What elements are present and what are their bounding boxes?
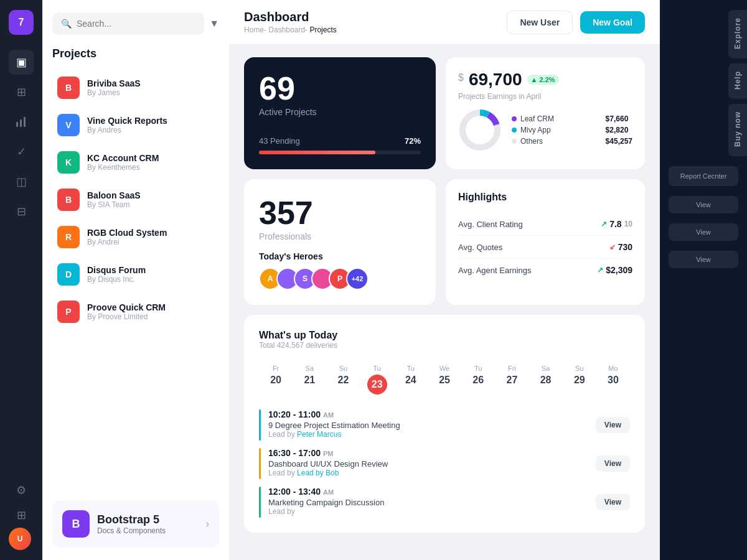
svg-rect-1: [20, 119, 22, 127]
top-bar: Dashboard Home- Dashboard- Projects New …: [229, 0, 660, 45]
legend-item: Leaf CRM: [512, 114, 554, 123]
earnings-label: Projects Earnings in April: [458, 92, 632, 101]
cal-day-24[interactable]: Tu 24: [394, 360, 428, 399]
new-goal-button[interactable]: New Goal: [580, 11, 645, 34]
day-name: We: [430, 365, 459, 372]
bootstrap-banner[interactable]: B Bootstrap 5 Docs & Components ›: [52, 500, 219, 548]
earnings-badge: ▲ 2.2%: [527, 75, 559, 85]
project-info-disqus: Disqus Forum By Disqus Inc.: [87, 265, 146, 284]
user-avatar[interactable]: U: [9, 528, 31, 550]
card-earnings: $ 69,700 ▲ 2.2% Projects Earnings in Apr…: [446, 57, 645, 169]
cal-day-27[interactable]: Fri 27: [495, 360, 529, 399]
event-view-button-2[interactable]: View: [596, 494, 630, 510]
search-input[interactable]: [77, 19, 195, 29]
project-by-disqus: By Disqus Inc.: [87, 275, 146, 284]
nav-icon-dashboard[interactable]: ▣: [9, 50, 34, 75]
day-name: Mo: [599, 365, 627, 372]
project-by-rgb: By Andrei: [87, 238, 167, 246]
project-item-vine[interactable]: V Vine Quick Reports By Andres: [52, 108, 219, 142]
project-info-baloon: Baloon SaaS By SIA Team: [87, 190, 141, 209]
breadcrumb-current: Projects: [309, 26, 336, 34]
project-by-baloon: By SIA Team: [87, 200, 141, 209]
event-lead-link[interactable]: Peter Marcus: [297, 430, 341, 439]
pending-row: 43 Pending 72%: [259, 136, 421, 146]
cal-day-22[interactable]: Su 22: [326, 360, 360, 399]
project-name-rgb: RGB Cloud System: [87, 228, 167, 238]
donut-chart: [458, 108, 502, 152]
project-item-proove[interactable]: P Proove Quick CRM By Proove Limited: [52, 294, 219, 329]
avatars-row: ASP+42: [259, 268, 421, 290]
explore-tab[interactable]: Explore: [728, 10, 747, 58]
cal-day-29[interactable]: Su 29: [563, 360, 596, 399]
project-name-disqus: Disqus Forum: [87, 265, 146, 275]
highlight-secondary: 10: [624, 220, 632, 228]
cal-day-25[interactable]: We 25: [428, 360, 461, 399]
cal-day-20[interactable]: Fr 20: [259, 360, 293, 399]
nav-icon-chart[interactable]: [9, 110, 34, 134]
project-logo-rgb: R: [57, 226, 80, 248]
nav-icon-grid[interactable]: ⊞: [9, 80, 34, 105]
cal-day-30[interactable]: Mo 30: [596, 360, 630, 399]
event-bar: [259, 409, 261, 441]
legend-dot: [512, 116, 517, 121]
cal-day-28[interactable]: Sa 28: [529, 360, 563, 399]
report-center-button[interactable]: Report Cecnter: [669, 166, 738, 186]
project-info-briviba: Briviba SaaS By James: [87, 78, 141, 97]
event-lead: Lead by Lead by Bob: [268, 469, 388, 477]
event-view-button-1[interactable]: View: [596, 455, 630, 472]
new-user-button[interactable]: New User: [507, 11, 573, 34]
project-item-kc[interactable]: K KC Account CRM By Keenthemes: [52, 145, 219, 180]
project-item-briviba[interactable]: B Briviba SaaS By James: [52, 70, 219, 105]
event-view-button-0[interactable]: View: [596, 417, 630, 433]
legend-dot: [512, 139, 517, 144]
page-title: Dashboard: [244, 10, 337, 24]
buynow-tab[interactable]: Buy now: [728, 104, 747, 156]
nav-icon-check[interactable]: ✓: [9, 139, 34, 164]
project-item-baloon[interactable]: B Baloon SaaS By SIA Team: [52, 182, 219, 217]
event-time: 16:30 - 17:00 PM: [268, 448, 388, 458]
cal-day-23[interactable]: Tu 23: [360, 360, 394, 399]
pending-text: 43 Pending: [259, 136, 300, 146]
day-num: 28: [532, 375, 560, 386]
project-by-briviba: By James: [87, 88, 141, 97]
heroes-section: Today's Heroes ASP+42: [259, 251, 421, 290]
project-name-vine: Vine Quick Reports: [87, 116, 167, 126]
cal-day-21[interactable]: Sa 21: [293, 360, 326, 399]
breadcrumb-home: Home-: [244, 26, 266, 34]
project-by-kc: By Keenthemes: [87, 163, 159, 172]
nav-icon-settings[interactable]: ⚙: [9, 478, 34, 503]
event-ampm: AM: [323, 488, 334, 496]
nav-icon-briefcase[interactable]: ⊟: [9, 199, 34, 224]
project-item-rgb[interactable]: R RGB Cloud System By Andrei: [52, 220, 219, 254]
day-name: Tu: [363, 365, 392, 372]
project-info-kc: KC Account CRM By Keenthemes: [87, 153, 159, 172]
right-view-btn-2[interactable]: View: [669, 223, 738, 241]
event-lead-link[interactable]: Lead by Bob: [297, 469, 339, 477]
sidebar: 🔍 ▼ Projects B Briviba SaaS By James V V…: [42, 0, 229, 560]
help-label: Help: [733, 71, 742, 90]
project-logo-briviba: B: [57, 77, 80, 99]
stats-row: 357 Professionals Today's Heroes ASP+42 …: [244, 179, 645, 305]
nav-icon-grid2[interactable]: ⊞: [9, 503, 34, 528]
cal-day-26[interactable]: Tu 26: [461, 360, 495, 399]
day-name: Fr: [261, 365, 290, 372]
legend-item: Others: [512, 137, 554, 146]
highlight-label: Avg. Agent Earnings: [458, 266, 532, 275]
card-professionals: 357 Professionals Today's Heroes ASP+42: [244, 179, 436, 305]
event-name: Marketing Campaign Discussion: [268, 498, 384, 507]
day-num: 20: [261, 375, 290, 386]
nav-avatar[interactable]: 7: [9, 10, 34, 35]
active-projects-label: Active Projects: [259, 107, 421, 117]
event-bar: [259, 448, 261, 479]
filter-button[interactable]: ▼: [209, 18, 219, 29]
right-view-btn-1[interactable]: View: [669, 196, 738, 213]
highlight-value: ↗ $2,309: [597, 265, 632, 275]
legend-item: Mivy App: [512, 126, 554, 134]
trend-arrow: ↗: [597, 266, 603, 274]
help-tab[interactable]: Help: [728, 63, 747, 99]
project-item-disqus[interactable]: D Disqus Forum By Disqus Inc.: [52, 257, 219, 292]
progress-bar-bg: [259, 151, 421, 154]
right-view-btn-3[interactable]: View: [669, 251, 738, 268]
nav-icon-layers[interactable]: ◫: [9, 169, 34, 194]
project-list: B Briviba SaaS By James V Vine Quick Rep…: [52, 70, 219, 490]
